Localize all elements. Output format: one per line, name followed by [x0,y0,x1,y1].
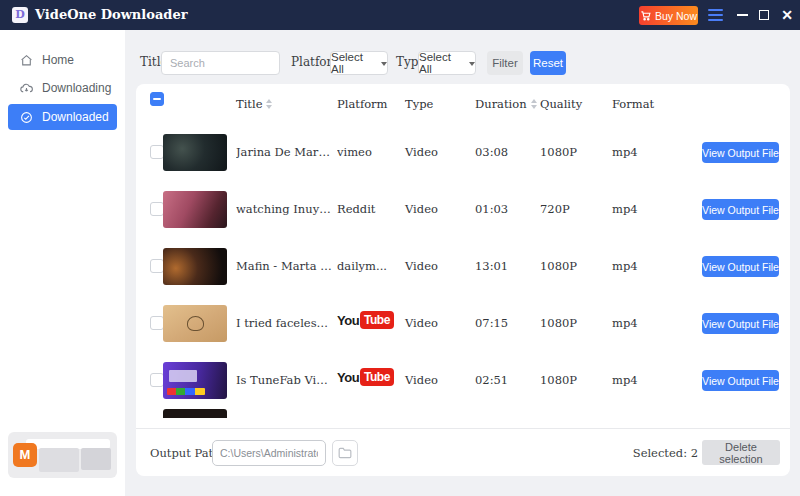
table-header: Title Platform Type Duration Quality For… [136,84,790,124]
platform-select[interactable]: Select All [330,51,388,75]
duration-value: 02:51 [475,373,508,387]
duration-value: 03:08 [475,145,508,159]
account-badge: M [13,443,37,467]
table-row: Is TuneFab VideOne ... You Tube Video 02… [136,352,790,409]
blurred-content [39,448,79,472]
youtube-logo: You Tube [337,368,394,386]
video-title: I tried faceless youtub... [236,316,332,330]
column-header-format: Format [612,97,654,111]
quality-value: 1080P [540,259,577,273]
column-header-type: Type [405,97,433,111]
duration-value: 07:15 [475,316,508,330]
row-checkbox[interactable] [150,373,164,387]
format-value: mp4 [612,145,638,159]
table-row: watching Inuyasha fo... Reddit Video 01:… [136,181,790,238]
type-value: Video [405,373,438,387]
titlebar: D VideOne Downloader Buy Now ✕ [0,0,800,30]
app-window: D VideOne Downloader Buy Now ✕ Home Down… [0,0,800,496]
open-folder-button[interactable] [332,440,358,466]
buy-now-button[interactable]: Buy Now [639,6,698,25]
buy-now-label: Buy Now [655,10,697,22]
column-header-quality: Quality [540,97,582,111]
view-output-file-button[interactable]: View Output File [702,142,779,163]
chevron-down-icon [469,62,475,66]
row-checkbox[interactable] [150,145,164,159]
downloads-table: Title Platform Type Duration Quality For… [136,84,790,476]
type-value: Video [405,202,438,216]
platform-select-value: Select All [331,51,376,75]
search-input[interactable] [161,51,280,75]
sidebar-item-downloading[interactable]: Downloading [8,76,117,100]
view-output-file-button[interactable]: View Output File [702,313,779,334]
home-icon [20,54,33,67]
duration-value: 01:03 [475,202,508,216]
row-checkbox[interactable] [150,202,164,216]
duration-value: 13:01 [475,259,508,273]
app-title: VideOne Downloader [35,0,188,30]
row-checkbox[interactable] [150,316,164,330]
output-path-label: Output Path [150,446,221,460]
video-thumbnail [163,191,227,228]
sidebar-item-downloaded[interactable]: Downloaded [8,104,117,130]
delete-selection-button[interactable]: Delete selection [702,440,780,465]
view-output-file-button[interactable]: View Output File [702,256,779,277]
video-title: Mafin - Marta and Fi... [236,259,332,273]
sort-icon [266,99,272,109]
check-circle-icon [20,111,33,124]
filter-bar: Title Platform Select All Type Select Al… [125,50,800,76]
format-value: mp4 [612,202,638,216]
sidebar-item-label: Downloading [42,81,111,95]
row-checkbox[interactable] [150,259,164,273]
view-output-file-button[interactable]: View Output File [702,199,779,220]
video-thumbnail [163,248,227,285]
select-all-checkbox[interactable] [150,92,164,106]
sidebar-item-home[interactable]: Home [8,48,117,72]
view-output-file-button[interactable]: View Output File [702,370,779,391]
reset-button[interactable]: Reset [530,51,566,75]
chevron-down-icon [381,62,387,66]
type-value: Video [405,259,438,273]
type-select-value: Select All [419,51,464,75]
sidebar: Home Downloading Downloaded M [0,30,125,496]
selected-count: Selected: 2 [633,446,698,460]
blurred-content [81,448,111,470]
video-title: Is TuneFab VideOne ... [236,373,332,387]
table-row-partial [136,409,790,428]
table-row: Jarina De Marco + M... vimeo Video 03:08… [136,124,790,181]
quality-value: 720P [540,202,570,216]
format-value: mp4 [612,316,638,330]
table-row: I tried faceless youtub... You Tube Vide… [136,295,790,352]
close-button[interactable]: ✕ [776,0,798,30]
quality-value: 1080P [540,316,577,330]
cloud-download-icon [20,82,33,95]
sort-icon [531,99,537,109]
table-footer: Output Path Selected: 2 Delete selection [136,428,790,476]
minimize-button[interactable] [731,0,753,30]
format-value: mp4 [612,259,638,273]
sidebar-item-label: Downloaded [42,110,109,124]
platform-label: vimeo [337,145,372,159]
type-value: Video [405,145,438,159]
app-logo-icon: D [12,7,28,23]
filter-button[interactable]: Filter [487,51,523,75]
video-title: watching Inuyasha fo... [236,202,332,216]
column-header-title[interactable]: Title [236,97,272,111]
column-header-duration[interactable]: Duration [475,97,537,111]
folder-icon [338,447,352,459]
table-row: Mafin - Marta and Fi... dailym... Video … [136,238,790,295]
youtube-logo: You Tube [337,311,394,329]
sidebar-item-label: Home [42,53,74,67]
maximize-button[interactable] [753,0,775,30]
platform-label: dailym... [337,259,387,273]
video-thumbnail [163,134,227,171]
menu-icon[interactable] [708,9,723,21]
quality-value: 1080P [540,145,577,159]
video-thumbnail [163,305,227,342]
column-header-platform: Platform [337,97,387,111]
type-select[interactable]: Select All [418,51,476,75]
video-thumbnail [163,409,227,418]
video-title: Jarina De Marco + M... [236,145,332,159]
format-value: mp4 [612,373,638,387]
output-path-input[interactable] [212,440,326,466]
account-widget[interactable]: M [8,432,117,478]
